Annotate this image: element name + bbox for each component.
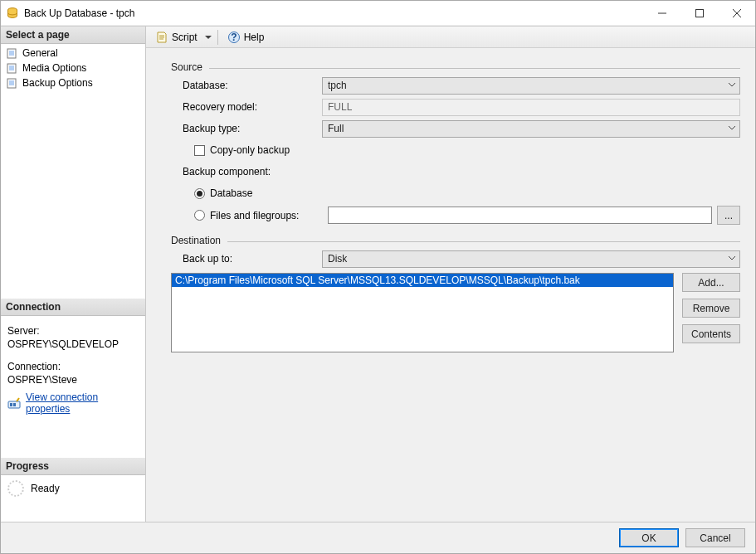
right-panel: Script ? Help Source Database: tpch	[146, 27, 755, 522]
svg-rect-19	[13, 403, 16, 406]
help-label: Help	[244, 32, 265, 43]
page-item-media-options[interactable]: Media Options	[1, 61, 145, 75]
contents-button[interactable]: Contents	[682, 324, 740, 343]
destination-group: Destination	[171, 235, 740, 246]
recovery-model-value: FULL	[322, 99, 740, 116]
help-icon: ?	[227, 31, 241, 44]
svg-rect-2	[695, 9, 703, 17]
page-item-general[interactable]: General	[1, 46, 145, 61]
radio-files-filegroups[interactable]	[194, 210, 205, 221]
backup-type-label: Backup type:	[183, 123, 322, 134]
left-panel: Select a page General Media Options Back…	[1, 27, 146, 522]
copy-only-label: Copy-only backup	[210, 144, 290, 156]
files-filegroups-input[interactable]	[328, 207, 712, 224]
database-dropdown[interactable]: tpch	[322, 77, 740, 95]
connection-properties-icon	[7, 396, 21, 410]
files-browse-button[interactable]: ...	[717, 206, 740, 225]
main-split: Select a page General Media Options Back…	[1, 26, 755, 522]
connection-info: Server: OSPREY\SQLDEVELOP Connection: OS…	[1, 316, 145, 390]
backup-type-value: Full	[328, 123, 344, 134]
view-connection-row: View connection properties	[1, 390, 145, 416]
radio-database[interactable]	[194, 188, 205, 199]
cancel-label: Cancel	[700, 532, 730, 544]
copy-only-checkbox[interactable]	[194, 145, 205, 156]
titlebar: Back Up Database - tpch	[1, 1, 755, 26]
ok-button[interactable]: OK	[619, 528, 679, 547]
view-connection-link[interactable]: View connection properties	[26, 391, 139, 415]
radio-database-label: Database	[210, 187, 252, 199]
backup-to-label: Back up to:	[183, 253, 322, 265]
chevron-down-icon	[728, 80, 736, 89]
add-button[interactable]: Add...	[682, 273, 740, 292]
maximize-button[interactable]	[680, 1, 718, 25]
window-controls	[643, 1, 755, 25]
page-label: Backup Options	[22, 77, 93, 89]
connection-header: Connection	[1, 299, 145, 316]
source-group: Source	[171, 61, 740, 73]
destination-group-label: Destination	[171, 235, 221, 246]
script-label: Script	[172, 32, 198, 43]
page-label: Media Options	[22, 62, 86, 74]
connection-value: OSPREY\Steve	[7, 374, 77, 386]
script-button[interactable]: Script	[151, 28, 202, 46]
toolbar: Script ? Help	[146, 27, 755, 48]
ok-label: OK	[641, 532, 656, 544]
destination-list[interactable]: C:\Program Files\Microsoft SQL Server\MS…	[171, 273, 674, 352]
progress-header: Progress	[1, 458, 145, 475]
source-group-label: Source	[171, 61, 202, 73]
help-button[interactable]: ? Help	[223, 28, 269, 46]
connection-label: Connection:	[7, 360, 139, 373]
server-value: OSPREY\SQLDEVELOP	[7, 338, 119, 350]
database-value: tpch	[328, 80, 347, 91]
add-label: Add...	[698, 277, 724, 289]
backup-to-value: Disk	[328, 253, 347, 265]
minimize-button[interactable]	[643, 1, 680, 25]
progress-content: Ready	[1, 475, 145, 502]
database-label: Database:	[183, 80, 322, 91]
ellipsis-label: ...	[724, 210, 733, 221]
recovery-model-label: Recovery model:	[183, 101, 322, 113]
remove-label: Remove	[693, 303, 730, 314]
chevron-down-icon	[728, 124, 736, 132]
page-item-backup-options[interactable]: Backup Options	[1, 75, 145, 90]
script-icon	[155, 31, 168, 44]
window-title: Back Up Database - tpch	[24, 7, 643, 19]
server-label: Server:	[7, 324, 139, 338]
page-icon	[6, 76, 19, 90]
backup-to-dropdown[interactable]: Disk	[322, 250, 740, 268]
form-body: Source Database: tpch Recovery model: FU…	[146, 48, 755, 522]
progress-state: Ready	[31, 483, 60, 494]
destination-path-item[interactable]: C:\Program Files\Microsoft SQL Server\MS…	[172, 274, 673, 287]
page-label: General	[22, 47, 58, 59]
database-icon	[6, 7, 19, 20]
remove-button[interactable]: Remove	[682, 299, 740, 318]
chevron-down-icon	[728, 254, 736, 262]
contents-label: Contents	[691, 328, 731, 340]
close-button[interactable]	[718, 1, 755, 25]
svg-rect-18	[10, 403, 12, 406]
dialog-footer: OK Cancel	[1, 522, 755, 553]
backup-component-label: Backup component:	[183, 166, 322, 177]
backup-type-dropdown[interactable]: Full	[322, 120, 740, 138]
select-page-header: Select a page	[1, 27, 145, 44]
page-icon	[6, 61, 19, 75]
script-dropdown-arrow[interactable]	[205, 34, 212, 41]
progress-spinner-icon	[7, 480, 24, 497]
radio-files-label: Files and filegroups:	[210, 210, 328, 221]
cancel-button[interactable]: Cancel	[685, 528, 745, 547]
pages-list: General Media Options Backup Options	[1, 44, 145, 92]
dialog-window: Back Up Database - tpch Select a page Ge…	[0, 0, 756, 554]
svg-text:?: ?	[231, 32, 237, 43]
page-icon	[6, 46, 19, 60]
